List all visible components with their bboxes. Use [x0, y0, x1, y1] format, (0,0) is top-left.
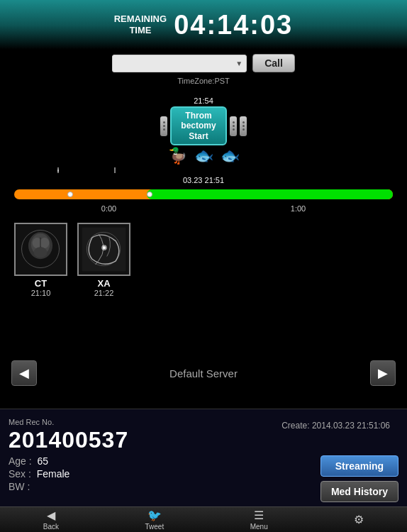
thumbnail-xa-time: 21:22 — [94, 289, 114, 297]
timezone-label: TimeZone:PST — [0, 77, 407, 87]
menu-icon: ☰ — [254, 509, 264, 522]
age-label: Age : — [9, 455, 32, 467]
sex-label: Sex : — [9, 468, 31, 480]
grip-handle-right[interactable] — [230, 116, 237, 136]
bottom-toolbar: ◀ Back 🐦 Tweet ☰ Menu ⚙ — [0, 506, 407, 532]
menu-label: Menu — [250, 523, 268, 531]
action-buttons: Streaming Med History — [320, 455, 398, 502]
svg-point-16 — [103, 246, 106, 249]
remaining-time-label: REMAINING TIME — [114, 13, 167, 35]
thumbnail-xa[interactable]: XA 21:22 — [77, 223, 130, 297]
streaming-button[interactable]: Streaming — [320, 455, 398, 477]
back-icon: ◀ — [47, 509, 55, 522]
marker-time-row: 03.23 21:51 — [7, 173, 400, 186]
create-info: Create: 2014.03.23 21:51:06 — [281, 421, 390, 431]
duck-icon-right: 🐟 — [194, 147, 213, 165]
tweet-label: Tweet — [145, 523, 165, 531]
progress-bar-container — [14, 189, 393, 200]
thumbnail-xa-image[interactable] — [77, 223, 130, 276]
age-value: 65 — [37, 455, 48, 467]
med-rec-number: 201400537 — [9, 428, 398, 453]
timer-display: 04:14:03 — [174, 10, 293, 40]
marker-time-label: 03.23 21:51 — [183, 176, 224, 184]
svg-point-11 — [34, 247, 48, 257]
med-rec-label: Med Rec No. — [9, 418, 54, 426]
toolbar-menu[interactable]: ☰ Menu — [250, 509, 268, 531]
prev-button[interactable]: ◀ — [11, 360, 37, 386]
call-button[interactable]: Call — [252, 54, 295, 72]
event-top-row: Throm bectomy Start — [160, 106, 247, 145]
tick-end-label: 1:00 — [291, 204, 306, 213]
timezone-select[interactable] — [112, 55, 247, 72]
controls-row: ▼ Call — [0, 50, 407, 77]
thumbnail-ct-time: 21:10 — [31, 289, 51, 297]
server-label: Default Server — [169, 367, 238, 379]
sex-value: Female — [37, 468, 70, 480]
sex-line: Sex : Female — [9, 468, 313, 480]
controls-container: ▼ Call TimeZone:PST — [0, 50, 407, 89]
patient-info-row: Age : 65 Sex : Female BW : Streaming Med… — [9, 455, 398, 502]
thumbnails-row: CT 21:10 XA 21:22 — [0, 217, 407, 299]
event-time-label: 21:54 — [160, 96, 247, 105]
progress-bar-green — [147, 189, 393, 199]
next-button[interactable]: ▶ — [370, 360, 396, 386]
tick-start-label: 0:00 — [101, 204, 116, 213]
thumbnail-ct-image[interactable] — [14, 223, 67, 276]
event-time-container: 21:54 Throm bectomy Start 🦆 — [160, 96, 247, 165]
svg-point-9 — [40, 238, 49, 248]
thrombectomy-button[interactable]: Throm bectomy Start — [170, 106, 227, 145]
timeline-ticks: 0:00 1:00 — [7, 203, 400, 214]
progress-dot-left — [67, 192, 73, 197]
navigation-bar: ◀ Default Server ▶ — [0, 355, 407, 392]
progress-dot-center — [147, 192, 152, 197]
thumbnail-ct-label: CT — [35, 278, 47, 289]
age-line: Age : 65 — [9, 455, 313, 467]
thumbnail-ct[interactable]: CT 21:10 — [14, 223, 67, 297]
timeline-area: 21:54 Throm bectomy Start 🦆 — [0, 89, 407, 217]
patient-header: Med Rec No. Create: 2014.03.23 21:51:06 — [9, 415, 398, 428]
med-history-button[interactable]: Med History — [320, 481, 398, 502]
settings-icon: ⚙ — [354, 513, 364, 526]
grip-handle-left[interactable] — [160, 116, 167, 136]
bw-label: BW : — [9, 481, 30, 492]
tweet-icon: 🐦 — [147, 509, 162, 522]
back-label: Back — [43, 523, 59, 531]
duck-icon-left: 🦆 — [168, 147, 187, 165]
toolbar-tweet[interactable]: 🐦 Tweet — [145, 509, 165, 531]
duck-icon-far: 🐟 — [221, 147, 240, 165]
toolbar-settings[interactable]: ⚙ — [354, 513, 364, 527]
bw-line: BW : — [9, 481, 313, 492]
ducks-row: 🦆 🐟 🐟 — [160, 147, 247, 165]
grip-handle-far-right[interactable] — [240, 116, 247, 136]
toolbar-back[interactable]: ◀ Back — [43, 509, 59, 531]
patient-panel: Med Rec No. Create: 2014.03.23 21:51:06 … — [0, 409, 407, 506]
timezone-select-wrapper: ▼ — [112, 55, 247, 72]
patient-details: Age : 65 Sex : Female BW : — [9, 455, 313, 494]
top-header: REMAINING TIME 04:14:03 — [0, 0, 407, 50]
thumbnail-xa-label: XA — [97, 278, 110, 289]
